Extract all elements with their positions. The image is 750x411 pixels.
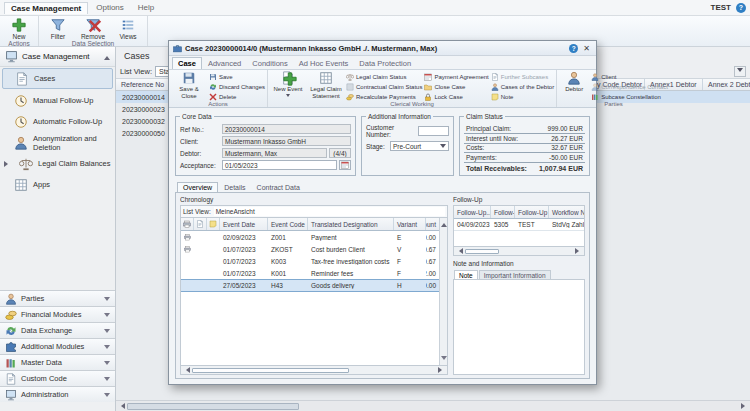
costs-label: Costs: (466, 144, 484, 151)
lock-case-button[interactable]: Lock Case (424, 93, 488, 101)
save-button[interactable]: Save (209, 73, 265, 81)
column-amount[interactable]: Amount (426, 218, 439, 230)
table-row[interactable]: 01/07/2023 K003 Tax-free investigation c… (181, 255, 439, 267)
menu-tab-options[interactable]: Options (90, 2, 130, 13)
sidebar-section-parties[interactable]: Parties (0, 290, 115, 306)
sidebar-item-cases[interactable]: Cases (2, 68, 113, 89)
follow-up-horizontal-scrollbar[interactable] (453, 247, 585, 256)
sidebar-section-financial-modules[interactable]: Financial Modules (0, 306, 115, 322)
scroll-left-icon[interactable] (456, 248, 463, 254)
tab-conditions[interactable]: Conditions (247, 58, 292, 69)
client-button[interactable]: Client (591, 73, 668, 81)
column-follow-up-user[interactable]: Follow-Up ... (515, 206, 549, 218)
tab-advanced[interactable]: Advanced (203, 58, 246, 69)
stage-select[interactable]: Pre-Court (390, 141, 449, 151)
chronology-horizontal-scrollbar[interactable] (180, 366, 448, 375)
manual-follow-up-icon (14, 94, 28, 108)
note-textarea[interactable] (453, 279, 585, 375)
payment-agreement-button[interactable]: Payment Agreement (424, 73, 488, 81)
scroll-right-icon[interactable] (741, 403, 748, 409)
scroll-left-icon[interactable] (183, 367, 190, 373)
menu-tab-help[interactable]: Help (132, 2, 160, 13)
dialog-title-bar[interactable]: Case 20230000014/0 (Mustermann Inkasso G… (169, 41, 596, 56)
menu-tab-case-management[interactable]: Case Management (4, 2, 88, 14)
column-event-code[interactable]: Event Code (268, 218, 308, 230)
table-row[interactable]: 01/07/2023 K001 Reminder fees F 12.00 (181, 267, 439, 279)
subcase-constellation-button[interactable]: Subcase Constellation (591, 93, 668, 101)
customer-number-input[interactable] (418, 126, 449, 136)
table-row-selected[interactable]: 27/05/2023 H43 Goods delivery H 999.00 (181, 279, 439, 292)
new-button[interactable]: New (3, 16, 35, 40)
sidebar-item-automatic-follow-up[interactable]: Automatic Follow-Up (0, 111, 115, 132)
sidebar-header[interactable]: Case Management (0, 47, 115, 67)
tab-details[interactable]: Details (219, 183, 250, 192)
chevron-down-icon[interactable] (286, 94, 290, 99)
scroll-right-icon[interactable] (575, 248, 582, 254)
sidebar-section-custom-code[interactable]: Custom Code (0, 370, 115, 386)
tab-contract-data[interactable]: Contract Data (252, 183, 305, 192)
close-case-button[interactable]: Close Case (424, 83, 488, 91)
contractual-claim-status-button[interactable]: Contractual Claim Status (346, 83, 422, 91)
filter-button[interactable]: Filter (42, 16, 74, 40)
column-follow-up-date[interactable]: Follow-Up... (454, 206, 491, 218)
delete-button[interactable]: Delete (209, 93, 265, 101)
chronology-list-view-select[interactable]: MeineAnsicht (214, 207, 445, 216)
table-row[interactable]: 01/07/2023 ZKOST Cost burden Client V 20… (181, 243, 439, 255)
legal-claim-statement-button[interactable]: Legal Claim Statement (308, 70, 344, 99)
tab-data-protection[interactable]: Data Protection (354, 58, 416, 69)
sidebar-section-additional-modules[interactable]: Additional Modules (0, 338, 115, 354)
scrollbar-thumb[interactable] (465, 249, 499, 254)
scroll-right-icon[interactable] (438, 367, 445, 373)
remove-filter-button[interactable]: Remove (77, 16, 109, 40)
attachment-column-header[interactable] (207, 218, 220, 230)
scrollbar-thumb[interactable] (192, 368, 349, 373)
scroll-down-icon[interactable] (441, 356, 447, 363)
document-column-header[interactable] (194, 218, 207, 230)
vertical-scrollbar[interactable] (439, 218, 447, 365)
sidebar-item-manual-follow-up[interactable]: Manual Follow-Up (0, 90, 115, 111)
column-chooser-button[interactable] (734, 66, 746, 77)
column-annex2-debtor[interactable]: Annex 2 Debtor (703, 79, 750, 90)
column-event-date[interactable]: Event Date (220, 218, 268, 230)
scroll-left-icon[interactable] (118, 403, 125, 409)
views-button[interactable]: Views (112, 16, 144, 40)
new-event-button[interactable]: New Event (270, 70, 306, 99)
tab-ad-hoc-events[interactable]: Ad Hoc Events (294, 58, 354, 69)
calendar-button[interactable] (339, 160, 351, 170)
save-and-close-button[interactable]: Save & Close (171, 70, 207, 99)
column-workflow-name[interactable]: Workflow Name (549, 206, 584, 218)
scroll-up-icon[interactable] (441, 220, 447, 227)
column-variant[interactable]: Variant (394, 218, 426, 230)
expand-icon[interactable] (4, 161, 11, 167)
sidebar-item-anonymization[interactable]: Anonymization and Deletion (0, 132, 115, 153)
legal-claim-status-button[interactable]: Legal Claim Status (346, 73, 422, 81)
sidebar-section-master-data[interactable]: Master Data (0, 354, 115, 370)
scrollbar-thumb[interactable] (127, 403, 299, 410)
column-follow-up-code[interactable]: Follow-U... (491, 206, 515, 218)
discard-changes-button[interactable]: Discard Changes (209, 83, 265, 91)
sidebar-section-data-exchange[interactable]: Data Exchange (0, 322, 115, 338)
note-button[interactable]: Note (491, 93, 554, 101)
follow-up-table-header: Follow-Up... Follow-U... Follow-Up ... W… (454, 206, 584, 219)
correspondence-contact-button[interactable]: Correspondence Contact (591, 83, 668, 91)
dialog-close-icon[interactable]: ✕ (581, 44, 592, 53)
column-translated-designation[interactable]: Translated Designation (308, 218, 394, 230)
help-icon[interactable]: ? (736, 3, 746, 13)
tab-case[interactable]: Case (172, 57, 202, 69)
table-row[interactable]: 02/09/2023 Z001 Payment E 50.00 (181, 231, 439, 243)
chronology-title: Chronology (180, 196, 448, 205)
recalculate-payments-button[interactable]: Recalculate Payments (346, 93, 422, 101)
tab-overview[interactable]: Overview (177, 182, 218, 192)
further-subcases-button[interactable]: Further Subcases (491, 73, 554, 81)
debtor-button[interactable]: Debtor (559, 70, 589, 93)
horizontal-scrollbar[interactable] (116, 400, 750, 411)
ribbon-group-data-selection-label: Data Selection (42, 40, 144, 47)
sidebar-item-legal-claim-balances[interactable]: Legal Claim Balances (0, 153, 115, 174)
printed-column-header[interactable] (181, 218, 194, 230)
sidebar-item-apps[interactable]: Apps (0, 174, 115, 195)
table-row[interactable]: 04/09/2023 5305 TEST StdVg Zahlung all (454, 219, 584, 231)
sidebar-section-administration[interactable]: Administration (0, 386, 115, 402)
dialog-help-icon[interactable]: ? (569, 44, 578, 53)
cases-of-the-debtor-button[interactable]: Cases of the Debtor (491, 83, 554, 91)
acceptance-date-input[interactable]: 01/05/2023 (222, 160, 337, 170)
